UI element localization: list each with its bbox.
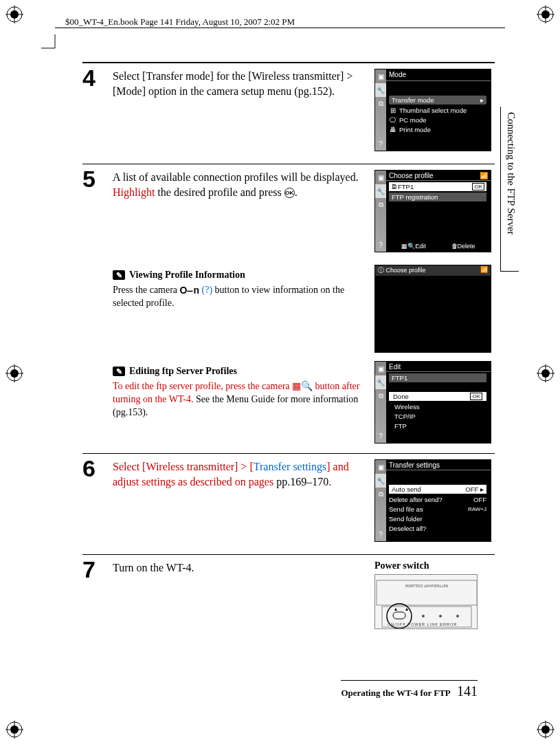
- screen-title: Transfer settings: [389, 461, 488, 469]
- reg-mark-icon: [5, 721, 23, 738]
- diff-deleted: To edit the ftp server profile, press th…: [113, 381, 292, 391]
- camera-screen-choose-profile: ▣🔧⧉? Choose profile📶 🗎FTP1OK FTP registr…: [374, 170, 491, 252]
- menu-item: Deselect all?: [389, 525, 486, 532]
- header-rule: [55, 28, 505, 28]
- menu-item: Send file as: [389, 505, 423, 513]
- field-value: Wireless & Ethernet: [392, 331, 449, 340]
- step-6: 6 Select [Wireless transmitter] > [Trans…: [82, 453, 495, 542]
- diff-deleted: Highlight: [113, 186, 155, 198]
- reg-mark-icon: [537, 364, 555, 382]
- text: the desired profile and press: [155, 186, 284, 198]
- power-switch-illustration: WIRELESS TRANSMITTER ON/OFF POWER LINK E…: [374, 574, 478, 629]
- svg-point-34: [439, 615, 442, 617]
- menu-item: Wireless: [389, 403, 486, 411]
- menu-item: TCP/IP: [389, 413, 486, 420]
- btn-label: Delete: [458, 243, 475, 250]
- field-value: FTP server: [392, 302, 449, 310]
- menu-value: OFF ▸: [465, 485, 484, 493]
- footer-text: Operating the WT-4 for FTP: [341, 688, 450, 698]
- text: ).: [142, 407, 148, 417]
- diff-inserted: Transfer settings: [254, 461, 327, 472]
- reg-mark-icon: [537, 6, 555, 23]
- screen-title: Choose profile: [389, 172, 433, 179]
- indicator-labels: ON/OFF POWER LINK ERROR: [388, 622, 457, 626]
- menu-item: FTP registration: [389, 193, 486, 201]
- menu-item: Delete after send?: [389, 496, 443, 503]
- note-title: Editing ftp Server Profiles: [129, 365, 237, 378]
- svg-point-33: [422, 615, 425, 617]
- menu-item: Print mode: [399, 126, 431, 133]
- step-text: Select [Transfer mode] for the [Wireless…: [113, 69, 365, 98]
- svg-point-35: [456, 615, 459, 617]
- screen-title: Edit: [389, 363, 488, 371]
- menu-item: Transfer mode: [392, 96, 434, 104]
- menu-item: Done: [393, 393, 409, 400]
- note-editing-profiles: ✎Editing ftp Server Profiles To edit the…: [113, 361, 495, 444]
- step-text: Select [Wireless transmitter] > [Transfe…: [113, 459, 365, 489]
- reg-mark-icon: [5, 6, 23, 23]
- menu-item: FTP1: [389, 373, 486, 382]
- svg-text:WIRELESS TRANSMITTER: WIRELESS TRANSMITTER: [405, 584, 449, 588]
- svg-marker-32: [405, 608, 408, 611]
- camera-screen-edit: ▣🔧⧉? Edit FTP1 DoneOK Wireless TCP/IP FT…: [374, 361, 491, 444]
- ok-button-icon: OK: [284, 188, 295, 198]
- screen-title: Choose profile: [386, 267, 426, 274]
- step-number: 5: [82, 167, 113, 190]
- menu-item: PC mode: [399, 116, 427, 124]
- svg-rect-30: [393, 612, 405, 619]
- field-label: Interface type:: [379, 323, 424, 331]
- menu-item: Send folder: [389, 515, 486, 523]
- crop-mark-icon: [41, 34, 62, 58]
- field-label: Rename:: [379, 276, 407, 284]
- ok-label: OK: [470, 393, 482, 400]
- camera-screen-transfer-settings: ▣🔧⧉? Transfer settings Auto sendOFF ▸ De…: [374, 459, 491, 542]
- step-7: 7 Turn on the WT-4. Power switch WIRELES…: [82, 554, 495, 629]
- step-4: 4 Select [Transfer mode] for the [Wirele…: [82, 62, 495, 151]
- page-number: 141: [457, 683, 478, 699]
- field-label: Device:: [379, 294, 403, 301]
- screen-title: Mode: [389, 71, 488, 78]
- camera-screen-profile-info: ⓘ Choose profile📶 Rename: FTP1 Device: F…: [374, 265, 491, 353]
- field-value: WT-4: [399, 310, 414, 318]
- menu-item: Thumbnail select mode: [399, 107, 467, 114]
- note-icon: ✎: [113, 270, 125, 280]
- text: .: [295, 186, 298, 198]
- text: A list of available connection profiles …: [113, 171, 359, 183]
- text: ).: [328, 85, 335, 97]
- field-label: SSID:: [379, 310, 396, 318]
- step-number: 6: [82, 457, 113, 480]
- step-text: Turn on the WT-4.: [113, 560, 365, 576]
- text: Press the camera: [113, 285, 180, 295]
- note-title: Viewing Profile Information: [129, 269, 245, 282]
- side-tab-label: Connecting to the FTP Server: [500, 107, 519, 272]
- camera-screen-mode: ▣🔧⧉? Mode Transfer mode▸ ⊞Thumbnail sele…: [374, 69, 491, 151]
- step-number: 4: [82, 66, 113, 89]
- svg-marker-31: [394, 608, 397, 611]
- page-ref: pg.153: [116, 407, 143, 417]
- power-switch-label: Power switch: [374, 560, 495, 571]
- page-footer: Operating the WT-4 for FTP 141: [341, 680, 478, 699]
- ok-label: OK: [472, 183, 484, 190]
- menu-item: Auto send: [392, 485, 421, 493]
- menu-value: OFF: [473, 496, 486, 503]
- diff-deleted: .: [328, 476, 331, 488]
- diff-inserted: (?): [199, 285, 212, 295]
- diff-deleted: Select [Wireless transmitter] > [: [113, 461, 254, 472]
- framemaker-header: $00_WT-4_En.book Page 141 Friday, August…: [65, 17, 295, 28]
- key-icon: O‒n: [180, 284, 199, 297]
- btn-label: Edit: [415, 243, 426, 250]
- step-text: A list of available connection profiles …: [113, 170, 365, 199]
- menu-item: FTP: [389, 422, 486, 430]
- reg-mark-icon: [537, 721, 555, 738]
- step-number: 7: [82, 558, 113, 581]
- note-icon: ✎: [113, 366, 125, 376]
- menu-value: RAW+J: [468, 506, 486, 512]
- field-value: FTP1: [392, 285, 449, 293]
- menu-item: FTP1: [398, 183, 414, 190]
- step-5: 5 A list of available connection profile…: [82, 164, 495, 252]
- page-ref: pp.169–170: [276, 476, 328, 488]
- reg-mark-icon: [5, 364, 23, 382]
- note-viewing-profile: ✎Viewing Profile Information Press the c…: [113, 265, 495, 353]
- page-ref: pg.152: [298, 85, 328, 97]
- thumb-zoom-icon: ▦🔍: [292, 381, 313, 391]
